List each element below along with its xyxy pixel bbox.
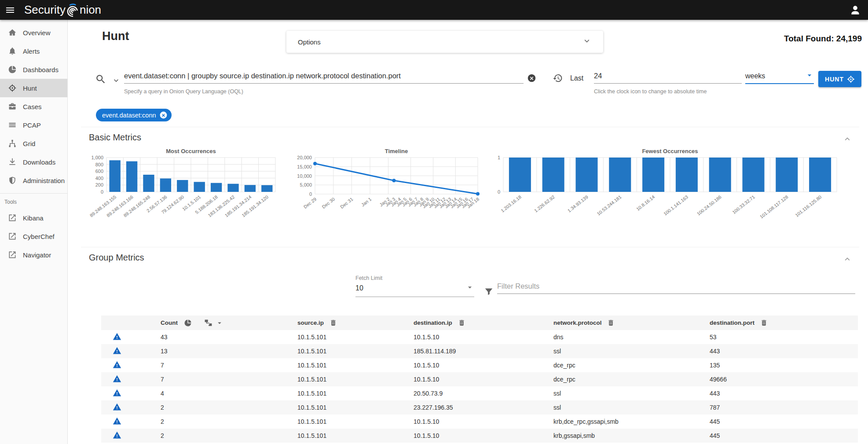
sidebar-item-label: Navigator bbox=[23, 251, 51, 259]
timeline-data-point[interactable] bbox=[476, 192, 480, 196]
row-warning-icon[interactable] bbox=[113, 332, 121, 341]
bar-1.34.93.139[interactable] bbox=[575, 158, 597, 192]
network-protocol-cell: dce_rpc bbox=[553, 372, 710, 386]
hunt-button[interactable]: HUNT bbox=[818, 71, 861, 87]
options-panel[interactable]: Options bbox=[286, 31, 603, 53]
row-warning-icon[interactable] bbox=[113, 417, 121, 426]
trash-icon[interactable] bbox=[330, 319, 337, 327]
filter-results-input[interactable] bbox=[497, 279, 855, 294]
source-ip-cell: 10.1.5.101 bbox=[297, 330, 414, 344]
count-cell: 2 bbox=[161, 415, 297, 429]
source-ip-column-header[interactable]: source.ip bbox=[297, 319, 324, 326]
bar-1.226.62.92[interactable] bbox=[542, 158, 564, 192]
bar-1.203.16.18[interactable] bbox=[509, 158, 531, 192]
y-axis-tick: 0 bbox=[309, 191, 312, 197]
table-header-row: Count source.ip bbox=[101, 316, 858, 330]
clear-query-icon[interactable] bbox=[527, 73, 536, 84]
bar-79.124.62.90[interactable] bbox=[177, 180, 188, 192]
timeline-data-point[interactable] bbox=[392, 179, 396, 182]
sidebar-item-hunt[interactable]: Hunt bbox=[0, 79, 67, 97]
timeline-data-point[interactable] bbox=[313, 162, 317, 165]
filter-funnel-icon bbox=[484, 286, 494, 298]
sidebar-item-navigator[interactable]: Navigator bbox=[0, 246, 67, 264]
row-actions-cell bbox=[101, 330, 161, 344]
bar-10.8.16.14[interactable] bbox=[642, 158, 664, 192]
fetch-limit-select[interactable]: 10 bbox=[355, 281, 474, 297]
destination-port-column-header[interactable]: destination.port bbox=[710, 319, 754, 326]
bar-185.191.34.120[interactable] bbox=[261, 185, 272, 192]
destination-ip-column-header[interactable]: destination.ip bbox=[414, 319, 452, 326]
bar-100.24.50.186[interactable] bbox=[709, 158, 731, 192]
bar-89.248.163.155[interactable] bbox=[110, 160, 121, 192]
bar-89.248.165.248[interactable] bbox=[143, 175, 154, 192]
bar-185.191.34.214[interactable] bbox=[245, 185, 256, 192]
pivot-diagram-icon[interactable] bbox=[204, 319, 212, 327]
time-value-input[interactable] bbox=[594, 69, 742, 84]
bar-100.1.141.163[interactable] bbox=[676, 158, 698, 192]
collapse-group-metrics-icon[interactable] bbox=[842, 254, 852, 266]
time-unit-value: weeks bbox=[745, 72, 765, 80]
row-warning-icon[interactable] bbox=[113, 360, 121, 369]
search-icon[interactable] bbox=[95, 73, 106, 87]
row-warning-icon[interactable] bbox=[113, 431, 121, 440]
sidebar-item-alerts[interactable]: Alerts bbox=[0, 42, 67, 60]
chart-title: Most Occurrences bbox=[166, 148, 216, 154]
filter-chip-event-dataset-conn[interactable]: event.dataset:conn bbox=[96, 109, 172, 121]
network-protocol-column-header[interactable]: network.protocol bbox=[553, 319, 602, 326]
menu-icon[interactable] bbox=[0, 0, 20, 20]
sidebar-item-pcap[interactable]: PCAP bbox=[0, 116, 67, 134]
bar-10.1.5.101[interactable] bbox=[194, 182, 205, 192]
bar-100.33.32.71[interactable] bbox=[742, 158, 764, 192]
trash-icon[interactable] bbox=[760, 319, 768, 327]
x-axis-label: Dec 31 bbox=[339, 196, 354, 209]
sidebar-item-label: Kibana bbox=[23, 214, 44, 222]
row-warning-icon[interactable] bbox=[113, 346, 121, 355]
sidebar-item-kibana[interactable]: Kibana bbox=[0, 209, 67, 227]
row-warning-icon[interactable] bbox=[113, 389, 121, 397]
sidebar-item-administration[interactable]: Administration bbox=[0, 171, 67, 190]
user-account-icon[interactable] bbox=[850, 4, 861, 16]
crosshair-icon bbox=[847, 75, 855, 83]
sidebar-item-overview[interactable]: Overview bbox=[0, 23, 67, 42]
dropdown-caret-icon[interactable] bbox=[216, 319, 223, 327]
network-protocol-cell: ssl bbox=[553, 386, 710, 400]
sidebar-item-cyberchef[interactable]: CyberChef bbox=[0, 227, 67, 246]
count-cell: 2 bbox=[161, 429, 297, 443]
download-icon bbox=[8, 158, 17, 166]
row-actions-cell bbox=[101, 429, 161, 443]
bar-2.56.57.136[interactable] bbox=[160, 179, 171, 192]
clock-history-icon[interactable] bbox=[553, 73, 563, 85]
sidebar-item-downloads[interactable]: Downloads bbox=[0, 153, 67, 171]
pie-chart-toggle-icon[interactable] bbox=[184, 319, 192, 327]
trash-icon[interactable] bbox=[607, 319, 615, 327]
bar-101.108.117.128[interactable] bbox=[776, 158, 798, 192]
bell-icon bbox=[8, 47, 17, 55]
table-row: 210.1.5.10123.227.196.35ssl787 bbox=[101, 400, 858, 415]
bar-89.248.163.166[interactable] bbox=[126, 161, 137, 192]
fetch-limit-field: Fetch Limit 10 bbox=[355, 275, 474, 297]
time-unit-select[interactable]: weeks bbox=[745, 69, 814, 84]
sidebar-item-label: Hunt bbox=[23, 84, 37, 92]
bar-101.116.125.80[interactable] bbox=[809, 158, 831, 192]
remove-filter-icon[interactable] bbox=[159, 111, 168, 119]
timeline-chart: Timeline05,00010,00015,00020,000Dec 29De… bbox=[285, 148, 483, 226]
fewest-occurrences-chart: Fewest Occurrences011.203.16.181.226.62.… bbox=[488, 148, 840, 226]
row-warning-icon[interactable] bbox=[113, 403, 121, 411]
table-row: 1310.1.5.101185.81.114.189ssl443 bbox=[101, 344, 858, 358]
table-row: 4310.1.5.10110.1.5.10dns53 bbox=[101, 330, 858, 344]
count-cell: 2 bbox=[161, 400, 297, 415]
network-protocol-cell: dns bbox=[553, 330, 710, 344]
query-history-caret-icon[interactable] bbox=[112, 76, 121, 87]
bar-5.188.206.18[interactable] bbox=[211, 183, 222, 192]
x-axis-label: 101.108.117.128 bbox=[759, 194, 789, 220]
trash-icon[interactable] bbox=[458, 319, 465, 327]
row-warning-icon[interactable] bbox=[113, 374, 121, 383]
query-input[interactable] bbox=[124, 69, 524, 84]
sidebar-item-dashboards[interactable]: Dashboards bbox=[0, 60, 67, 79]
sidebar-item-grid[interactable]: Grid bbox=[0, 134, 67, 153]
sidebar-item-cases[interactable]: Cases bbox=[0, 97, 67, 116]
count-column-header[interactable]: Count bbox=[161, 319, 178, 326]
collapse-basic-metrics-icon[interactable] bbox=[842, 134, 852, 146]
bar-10.53.244.181[interactable] bbox=[609, 158, 631, 192]
bar-183.136.225.42[interactable] bbox=[227, 184, 238, 192]
